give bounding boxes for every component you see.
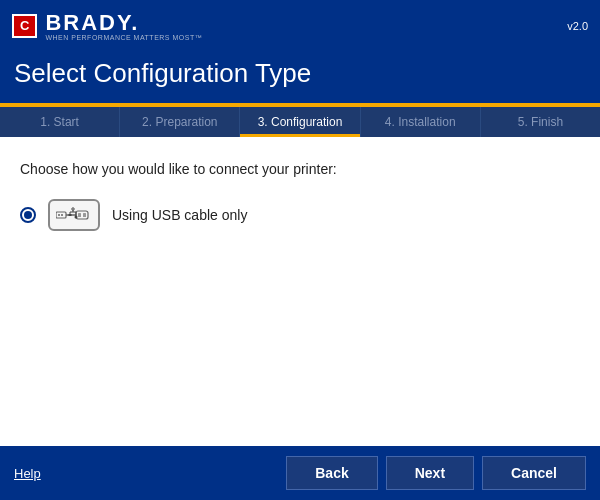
svg-rect-6 — [83, 213, 86, 217]
logo-brand: BRADY. — [45, 12, 202, 34]
radio-usb[interactable] — [20, 207, 36, 223]
question-text: Choose how you would like to connect you… — [20, 161, 580, 177]
option-usb-row[interactable]: Using USB cable only — [20, 195, 580, 235]
svg-rect-11 — [69, 214, 72, 216]
step-installation-label: 4. Installation — [385, 115, 456, 129]
svg-rect-2 — [61, 214, 63, 216]
title-bar: Select Configuration Type — [0, 52, 600, 107]
step-installation[interactable]: 4. Installation — [361, 107, 481, 137]
steps-bar: 1. Start 2. Preparation 3. Configuration… — [0, 107, 600, 137]
logo-c: C — [20, 18, 29, 33]
version-label: v2.0 — [567, 20, 588, 32]
svg-rect-1 — [58, 214, 60, 216]
option-usb-label: Using USB cable only — [112, 207, 247, 223]
svg-rect-4 — [76, 211, 88, 219]
help-link[interactable]: Help — [14, 466, 41, 481]
footer: Help Back Next Cancel — [0, 446, 600, 500]
cancel-button[interactable]: Cancel — [482, 456, 586, 490]
step-configuration[interactable]: 3. Configuration — [240, 107, 360, 137]
usb-cable-icon — [48, 199, 100, 231]
step-finish-label: 5. Finish — [518, 115, 563, 129]
svg-point-8 — [72, 208, 74, 210]
logo-area: C BRADY. WHEN PERFORMANCE MATTERS MOST™ — [12, 12, 202, 41]
logo-box: C — [12, 14, 37, 38]
header: C BRADY. WHEN PERFORMANCE MATTERS MOST™ … — [0, 0, 600, 52]
next-button[interactable]: Next — [386, 456, 474, 490]
footer-buttons: Back Next Cancel — [286, 456, 586, 490]
step-start[interactable]: 1. Start — [0, 107, 120, 137]
back-button[interactable]: Back — [286, 456, 377, 490]
step-configuration-label: 3. Configuration — [258, 115, 343, 129]
svg-point-13 — [75, 216, 78, 219]
logo-tagline: WHEN PERFORMANCE MATTERS MOST™ — [45, 34, 202, 41]
step-finish[interactable]: 5. Finish — [481, 107, 600, 137]
logo-text: BRADY. WHEN PERFORMANCE MATTERS MOST™ — [45, 12, 202, 41]
svg-rect-5 — [78, 213, 81, 217]
main-content: Choose how you would like to connect you… — [0, 137, 600, 446]
usb-svg — [56, 205, 92, 225]
step-preparation[interactable]: 2. Preparation — [120, 107, 240, 137]
page-title: Select Configuration Type — [14, 58, 586, 89]
step-preparation-label: 2. Preparation — [142, 115, 217, 129]
step-start-label: 1. Start — [40, 115, 79, 129]
app-container: C BRADY. WHEN PERFORMANCE MATTERS MOST™ … — [0, 0, 600, 500]
